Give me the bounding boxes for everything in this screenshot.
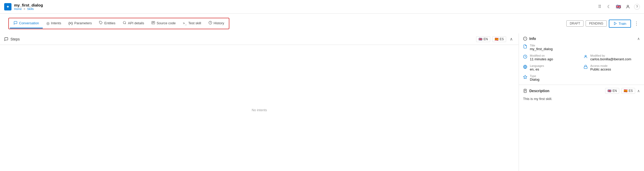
description-icon bbox=[523, 89, 527, 93]
svg-marker-19 bbox=[523, 75, 527, 79]
lang-es-label: ES bbox=[500, 37, 504, 41]
tab-entities[interactable]: Entities bbox=[95, 19, 119, 28]
description-header: Description 🇬🇧 EN 🇪🇸 ES ∧ bbox=[523, 88, 640, 94]
intents-icon: ◎ bbox=[46, 21, 50, 25]
top-bar: ✦ my_first_dialog Home > Skills ⠿ ☾ 🇬🇧 ? bbox=[0, 0, 644, 14]
info-section: Info ∧ Title my_first_dialog bbox=[519, 33, 644, 85]
access-mode-icon bbox=[584, 65, 588, 70]
svg-line-3 bbox=[125, 23, 126, 24]
info-section-header: Info ∧ bbox=[523, 37, 640, 41]
languages-value: en, es bbox=[530, 67, 544, 71]
tab-source-code[interactable]: Source code bbox=[148, 19, 179, 28]
tab-parameters[interactable]: {+} Parameters bbox=[65, 19, 96, 28]
tab-source-code-label: Source code bbox=[157, 21, 176, 25]
parameters-icon: {+} bbox=[69, 21, 73, 25]
app-title: my_first_dialog bbox=[14, 3, 43, 7]
tab-intents-label: Intents bbox=[51, 21, 61, 25]
breadcrumb-home[interactable]: Home bbox=[14, 7, 22, 10]
title-label: Title bbox=[530, 44, 553, 47]
train-icon bbox=[614, 22, 617, 25]
tab-intents[interactable]: ◎ Intents bbox=[43, 19, 65, 28]
lang-en-badge[interactable]: 🇬🇧 EN bbox=[476, 36, 490, 42]
info-item-modified-by: Modified by carlos.bonilla@iberant.com bbox=[584, 54, 640, 61]
info-item-type: Type Dialog bbox=[523, 74, 579, 81]
steps-controls: 🇬🇧 EN 🇪🇸 ES ∧ bbox=[476, 36, 514, 42]
app-icon: ✦ bbox=[4, 3, 11, 10]
description-lang-es-badge[interactable]: 🇪🇸 ES bbox=[621, 88, 635, 94]
api-details-icon bbox=[123, 21, 126, 25]
modified-by-label: Modified by bbox=[590, 54, 631, 57]
description-section: Description 🇬🇧 EN 🇪🇸 ES ∧ bbox=[519, 85, 644, 105]
top-bar-right: ⠿ ☾ 🇬🇧 ? bbox=[597, 4, 640, 10]
modified-on-icon bbox=[523, 55, 527, 60]
left-panel: Steps 🇬🇧 EN 🇪🇸 ES ∧ No intents bbox=[0, 33, 519, 171]
history-icon bbox=[208, 21, 212, 25]
no-intents-message: No intents bbox=[0, 45, 519, 171]
tab-history-label: History bbox=[214, 21, 224, 25]
info-content-modified-by: Modified by carlos.bonilla@iberant.com bbox=[590, 54, 631, 61]
access-mode-value: Public access bbox=[590, 67, 611, 71]
access-mode-label: Access mode bbox=[590, 64, 611, 67]
tab-conversation[interactable]: Conversation bbox=[10, 19, 43, 28]
description-lang-es-label: ES bbox=[629, 89, 633, 93]
tab-conversation-label: Conversation bbox=[19, 21, 39, 25]
info-item-access-mode: Access mode Public access bbox=[584, 64, 640, 71]
tab-test-skill[interactable]: >_ Test skill bbox=[179, 19, 205, 28]
info-section-title: Info bbox=[523, 37, 536, 41]
steps-icon bbox=[4, 37, 8, 41]
breadcrumb: Home > Skills bbox=[14, 7, 43, 10]
pending-badge: PENDING bbox=[586, 20, 607, 27]
steps-header: Steps 🇬🇧 EN 🇪🇸 ES ∧ bbox=[0, 33, 519, 45]
info-title-text: Info bbox=[529, 37, 536, 41]
train-label: Train bbox=[619, 22, 626, 26]
type-label: Type bbox=[530, 74, 539, 78]
modified-by-icon bbox=[584, 55, 588, 60]
tab-api-details[interactable]: API details bbox=[119, 19, 148, 28]
description-flag-en-icon: 🇬🇧 bbox=[608, 89, 611, 93]
person-icon[interactable] bbox=[625, 4, 631, 10]
flag-uk-icon[interactable]: 🇬🇧 bbox=[615, 4, 622, 10]
info-item-title: Title my_first_dialog bbox=[523, 44, 579, 51]
info-content-languages: Languages en, es bbox=[530, 64, 544, 71]
top-bar-left: ✦ my_first_dialog Home > Skills bbox=[4, 3, 43, 10]
moon-icon[interactable]: ☾ bbox=[606, 4, 612, 10]
svg-point-15 bbox=[585, 55, 586, 57]
info-content-type: Type Dialog bbox=[530, 74, 539, 81]
modified-on-value: 11 minutes ago bbox=[530, 57, 553, 61]
right-panel: Info ∧ Title my_first_dialog bbox=[519, 33, 644, 171]
collapse-info-button[interactable]: ∧ bbox=[637, 37, 640, 41]
flag-es-icon: 🇪🇸 bbox=[495, 37, 499, 41]
info-grid-spacer-1 bbox=[584, 44, 640, 51]
svg-rect-18 bbox=[584, 67, 587, 68]
info-content-title: Title my_first_dialog bbox=[530, 44, 553, 51]
train-button[interactable]: Train bbox=[609, 20, 631, 28]
languages-icon bbox=[523, 65, 527, 70]
lang-es-badge[interactable]: 🇪🇸 ES bbox=[492, 36, 506, 42]
tab-api-details-label: API details bbox=[128, 21, 144, 25]
info-grid-spacer-2 bbox=[584, 74, 640, 81]
tab-test-skill-label: Test skill bbox=[188, 21, 201, 25]
entities-icon bbox=[99, 21, 103, 25]
collapse-steps-button[interactable]: ∧ bbox=[508, 36, 514, 42]
more-options-button[interactable]: ⋮ bbox=[633, 20, 640, 27]
draft-badge: DRAFT bbox=[566, 20, 584, 27]
type-icon bbox=[523, 75, 527, 80]
app-title-area: my_first_dialog Home > Skills bbox=[14, 3, 43, 10]
type-value: Dialog bbox=[530, 78, 539, 81]
tab-history[interactable]: History bbox=[205, 19, 228, 28]
tab-bar: Conversation ◎ Intents {+} Parameters En… bbox=[8, 18, 229, 29]
info-grid: Title my_first_dialog Modified on bbox=[523, 44, 640, 81]
tab-parameters-label: Parameters bbox=[74, 21, 92, 25]
steps-title: Steps bbox=[4, 37, 20, 41]
svg-point-2 bbox=[123, 21, 126, 24]
collapse-description-button[interactable]: ∧ bbox=[637, 89, 640, 93]
info-icon bbox=[523, 37, 527, 41]
breadcrumb-skills[interactable]: Skills bbox=[27, 7, 34, 10]
grid-icon[interactable]: ⠿ bbox=[597, 4, 603, 10]
info-content-modified-on: Modified on 11 minutes ago bbox=[530, 54, 553, 61]
description-lang-en-badge[interactable]: 🇬🇧 EN bbox=[605, 88, 619, 94]
flag-en-icon: 🇬🇧 bbox=[479, 37, 482, 41]
help-icon[interactable]: ? bbox=[634, 4, 640, 10]
no-intents-text: No intents bbox=[252, 108, 267, 112]
info-item-modified-on: Modified on 11 minutes ago bbox=[523, 54, 579, 61]
